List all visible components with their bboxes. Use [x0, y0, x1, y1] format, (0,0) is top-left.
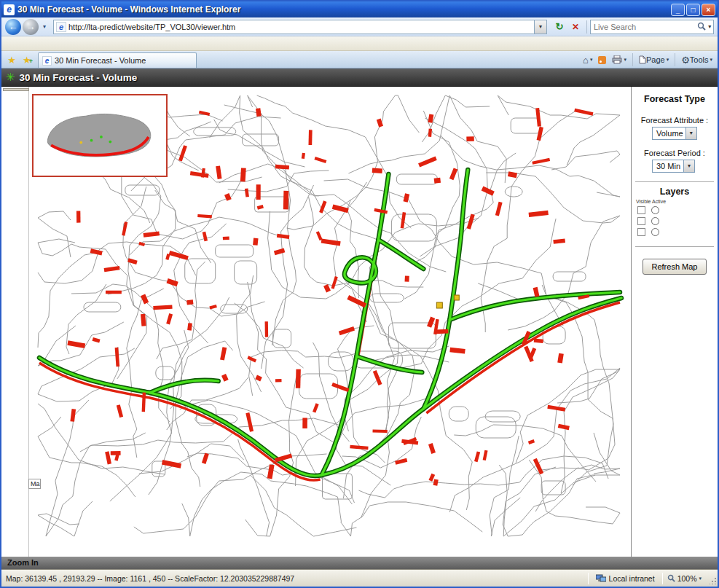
- layer-row: [632, 205, 718, 216]
- browser-window: e 30 Min Forecast - Volume - Windows Int…: [0, 0, 719, 588]
- navigation-bar: ← → ▾ e ▾ ↻ ✕ ▾: [1, 17, 718, 36]
- ie-favicon: e: [4, 4, 15, 15]
- chevron-down-icon: ▾: [699, 576, 702, 581]
- divider: [675, 53, 675, 66]
- map-label-partial: Ma: [28, 479, 41, 489]
- map-coordinates-readout: Map: 36139.45 , 29193.29 -- Image: 1161 …: [1, 574, 588, 583]
- maximize-button[interactable]: □: [686, 4, 700, 16]
- window-title: 30 Min Forecast - Volume - Windows Inter…: [17, 4, 669, 15]
- map-toolbar: [3, 88, 29, 91]
- visible-checkbox[interactable]: [637, 206, 645, 214]
- visible-checkbox[interactable]: [637, 228, 645, 236]
- command-bar: ⌂▾ ▾ Page ▾ ⚙ Tools ▾: [580, 52, 715, 68]
- chevron-down-icon: ▾: [667, 57, 669, 63]
- security-zone-label: Local intranet: [609, 574, 655, 583]
- search-icon[interactable]: [697, 20, 706, 34]
- document-icon: [639, 55, 646, 64]
- layers-column-headers: Visible Active: [636, 199, 718, 204]
- print-button[interactable]: ▾: [609, 55, 629, 64]
- back-button[interactable]: ←: [5, 19, 21, 35]
- search-box[interactable]: ▾: [590, 20, 714, 34]
- status-bar: Map: 36139.45 , 29193.29 -- Image: 1161 …: [1, 569, 718, 587]
- title-bar[interactable]: e 30 Min Forecast - Volume - Windows Int…: [1, 1, 718, 17]
- stop-icon[interactable]: ✕: [567, 20, 584, 34]
- tab-30-min-forecast[interactable]: e 30 Min Forecast - Volume: [38, 52, 197, 68]
- tab-bar: ★ ★+ e 30 Min Forecast - Volume ⌂▾ ▾ Pag…: [1, 51, 718, 68]
- zoom-icon: [667, 574, 675, 582]
- app-header: ✳ 30 Min Forecast - Volume: [1, 68, 718, 87]
- active-radio[interactable]: [651, 228, 659, 236]
- refresh-map-button[interactable]: Refresh Map: [643, 259, 707, 275]
- map-viewport: Ma Forecast Type Forecast Attribute : Vo…: [1, 87, 718, 557]
- refresh-icon[interactable]: ↻: [551, 20, 567, 34]
- url-input[interactable]: [68, 23, 534, 31]
- menu-bar: [1, 36, 718, 51]
- security-zone: Local intranet: [589, 574, 662, 583]
- address-bar[interactable]: e ▾: [53, 20, 547, 34]
- tools-menu-label: Tools: [690, 55, 709, 64]
- chevron-down-icon: ▾: [710, 57, 712, 63]
- active-column-label: Active: [652, 199, 671, 204]
- visible-checkbox[interactable]: [637, 217, 645, 225]
- printer-icon: [612, 55, 622, 64]
- search-input[interactable]: [591, 23, 697, 31]
- divider: [586, 20, 587, 34]
- visible-column-label: Visible: [636, 199, 652, 204]
- layer-row: [632, 216, 718, 227]
- forward-button[interactable]: →: [23, 19, 39, 35]
- close-button[interactable]: ×: [702, 4, 715, 16]
- search-dropdown-icon[interactable]: ▾: [706, 23, 713, 30]
- rss-icon: [598, 56, 606, 64]
- tool-status-bar: Zoom In: [1, 557, 718, 569]
- chevron-down-icon: ▾: [683, 160, 694, 172]
- chevron-down-icon: ▾: [590, 57, 593, 63]
- active-radio[interactable]: [651, 206, 659, 214]
- tools-menu-button[interactable]: ⚙ Tools ▾: [678, 55, 715, 66]
- overview-map[interactable]: [32, 94, 168, 177]
- favorites-star-icon[interactable]: ★: [4, 53, 20, 68]
- divider: [635, 246, 714, 247]
- period-select[interactable]: 30 Min ▾: [652, 160, 695, 173]
- gear-icon: ⚙: [681, 55, 690, 66]
- attribute-value: Volume: [656, 129, 683, 138]
- address-dropdown-icon[interactable]: ▾: [534, 20, 546, 34]
- resize-grip[interactable]: [706, 570, 718, 587]
- home-button[interactable]: ⌂▾: [580, 55, 595, 66]
- attribute-select[interactable]: Volume ▾: [652, 127, 697, 140]
- forecast-panel: Forecast Type Forecast Attribute : Volum…: [631, 87, 718, 557]
- attribute-label: Forecast Attribute :: [632, 116, 718, 125]
- period-label: Forecast Period :: [632, 149, 718, 157]
- home-icon: ⌂: [583, 55, 589, 66]
- layer-row: [632, 227, 718, 238]
- page-menu-label: Page: [646, 55, 665, 64]
- page-title: 30 Min Forecast - Volume: [20, 72, 138, 83]
- period-value: 30 Min: [656, 162, 681, 170]
- page-menu-button[interactable]: Page ▾: [636, 55, 672, 64]
- zoom-control[interactable]: 100% ▾: [663, 574, 706, 583]
- tab-favicon: e: [42, 56, 52, 66]
- history-dropdown-icon[interactable]: ▾: [40, 20, 49, 34]
- add-favorite-icon[interactable]: ★+: [20, 53, 36, 68]
- layers-title: Layers: [632, 187, 718, 197]
- chevron-down-icon: ▾: [685, 128, 696, 139]
- app-logo-icon: ✳: [6, 71, 15, 84]
- page-icon: e: [56, 22, 66, 32]
- divider: [632, 53, 633, 66]
- tab-label: 30 Min Forecast - Volume: [55, 56, 146, 65]
- divider: [635, 181, 714, 182]
- active-radio[interactable]: [651, 217, 659, 225]
- feeds-button[interactable]: [595, 56, 609, 64]
- overview-map-image: [37, 99, 162, 172]
- panel-title: Forecast Type: [632, 94, 718, 104]
- local-intranet-icon: [596, 574, 606, 583]
- zoom-level: 100%: [677, 574, 697, 583]
- minimize-button[interactable]: _: [671, 4, 685, 16]
- chevron-down-icon: ▾: [624, 57, 626, 63]
